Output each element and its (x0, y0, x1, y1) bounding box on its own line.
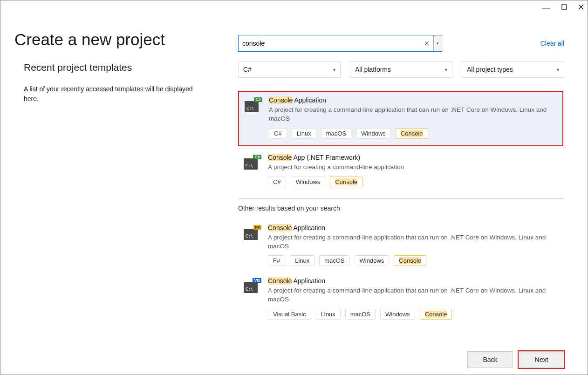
template-item[interactable]: C:\F#Console ApplicationA project for cr… (238, 219, 564, 273)
recent-templates-heading: Recent project templates (24, 62, 219, 73)
template-tag: Windows (291, 177, 326, 187)
page-title: Create a new project (14, 30, 219, 49)
template-tag: Windows (355, 255, 390, 266)
template-item[interactable]: C:\VBConsole ApplicationA project for cr… (238, 273, 564, 326)
template-tag: Linux (316, 309, 341, 320)
close-button[interactable] (578, 3, 584, 12)
template-tag: Console (420, 309, 452, 320)
search-clear-icon[interactable] (420, 35, 433, 51)
project-type-filter[interactable]: All project types (462, 61, 564, 78)
template-tag: Visual Basic (268, 309, 311, 320)
template-desc: A project for creating a command-line ap… (268, 286, 559, 304)
template-tag: Console (330, 177, 362, 187)
template-tag: C# (269, 128, 287, 139)
template-tag: Windows (380, 309, 415, 320)
language-filter[interactable]: C# (238, 61, 341, 78)
template-icon: C:\C# (245, 98, 261, 113)
template-desc: A project for creating a command-line ap… (268, 233, 559, 251)
template-item[interactable]: C:\C#Console App (.NET Framework)A proje… (238, 149, 564, 194)
template-tags: F#LinuxmacOSWindowsConsole (268, 255, 559, 266)
svg-rect-0 (562, 5, 567, 9)
template-tags: C#WindowsConsole (268, 177, 559, 187)
language-filter-value: C# (243, 66, 252, 73)
search-input[interactable] (239, 35, 420, 51)
window-titlebar: — (0, 0, 588, 14)
template-tag: macOS (321, 128, 351, 139)
template-title: Console Application (268, 224, 559, 232)
other-template-list: C:\F#Console ApplicationA project for cr… (238, 219, 564, 327)
template-tag: C# (268, 177, 286, 187)
template-tag: Console (394, 255, 426, 266)
template-tags: C#LinuxmacOSWindowsConsole (269, 128, 557, 139)
template-title: Console Application (268, 277, 559, 285)
template-desc: A project for creating a command-line ap… (269, 106, 557, 123)
template-icon: C:\C# (244, 156, 260, 170)
template-tag: Console (396, 128, 428, 139)
maximize-button[interactable] (561, 3, 567, 12)
search-box[interactable]: ▾ (238, 35, 442, 52)
template-tag: F# (268, 255, 285, 266)
template-tag: macOS (345, 309, 376, 320)
template-item[interactable]: C:\C#Console ApplicationA project for cr… (238, 91, 563, 146)
back-button[interactable]: Back (467, 351, 513, 368)
template-list: C:\C#Console ApplicationA project for cr… (238, 91, 564, 194)
platform-filter-value: All platforms (355, 66, 391, 73)
template-tag: Windows (356, 128, 391, 139)
template-tag: macOS (319, 255, 349, 266)
template-title: Console App (.NET Framework) (268, 154, 559, 161)
minimize-button[interactable]: — (542, 3, 550, 13)
template-desc: A project for creating a command-line ap… (268, 163, 559, 172)
search-dropdown-toggle[interactable]: ▾ (433, 35, 442, 51)
recent-templates-desc: A list of your recently accessed templat… (24, 84, 196, 104)
template-tag: Linux (290, 255, 315, 266)
other-results-heading: Other results based on your search (238, 198, 564, 212)
template-title: Console Application (269, 96, 557, 104)
next-button[interactable]: Next (519, 351, 564, 368)
template-icon: C:\VB (244, 279, 260, 294)
template-tags: Visual BasicLinuxmacOSWindowsConsole (268, 309, 559, 320)
platform-filter[interactable]: All platforms (350, 61, 452, 78)
project-type-filter-value: All project types (467, 66, 513, 73)
clear-all-link[interactable]: Clear all (540, 40, 564, 47)
template-icon: C:\F# (244, 226, 260, 241)
template-tag: Linux (292, 128, 316, 139)
